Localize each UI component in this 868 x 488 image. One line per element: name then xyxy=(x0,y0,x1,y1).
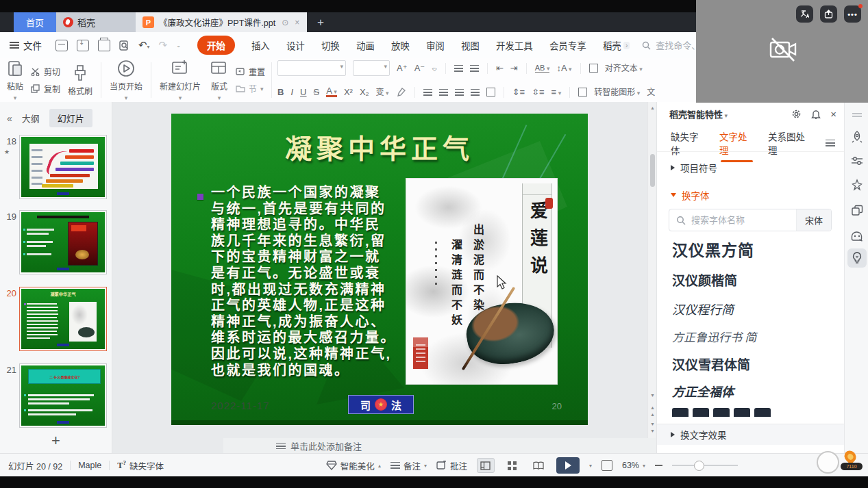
bullet-list-icon[interactable] xyxy=(454,65,463,72)
share-icon[interactable] xyxy=(820,5,837,23)
highlight-pen-icon[interactable] xyxy=(396,88,406,97)
file-menu[interactable]: 文件 xyxy=(10,38,42,52)
slide-title[interactable]: 凝聚中华正气 xyxy=(171,127,588,166)
font-item-3[interactable]: 方正鲁迅行书 简 xyxy=(672,328,756,345)
distribute-icon[interactable] xyxy=(486,88,495,97)
drag-handle-icon[interactable] xyxy=(852,113,862,117)
align-left-icon[interactable] xyxy=(423,89,432,96)
layout-button[interactable]: 版式 xyxy=(208,60,230,101)
menu-item-slideshow[interactable]: 放映 xyxy=(391,38,410,52)
font-item-clipped[interactable] xyxy=(672,408,775,417)
menu-item-view[interactable]: 视图 xyxy=(461,38,480,52)
slide-sorter-button[interactable] xyxy=(504,459,521,472)
decrease-indent-icon[interactable]: ⇤ xyxy=(496,64,504,73)
align-right-icon[interactable] xyxy=(455,89,464,96)
add-slide-button[interactable]: + xyxy=(0,434,112,448)
font-color-button[interactable]: A xyxy=(326,87,337,97)
assistant-icon[interactable] xyxy=(850,231,863,242)
copy-button[interactable]: 复制 xyxy=(31,83,60,94)
close-panel-icon[interactable]: × xyxy=(830,108,836,120)
increase-indent-icon[interactable]: ⇥ xyxy=(510,64,518,73)
menu-item-review[interactable]: 审阅 xyxy=(426,38,445,52)
new-slide-button[interactable]: 新建幻灯片 xyxy=(158,60,203,101)
tab-home[interactable]: 首页 xyxy=(14,12,56,32)
meeting-video-tile[interactable]: ••• xyxy=(696,0,868,103)
menu-item-docer[interactable]: 稻壳› xyxy=(603,38,630,52)
font-search-box[interactable]: 宋体 xyxy=(669,209,832,231)
slide-thumbnail-19[interactable] xyxy=(19,210,107,274)
magic-star-icon[interactable] xyxy=(851,179,863,191)
font-filter-dropdown[interactable]: 宋体 xyxy=(796,209,831,231)
scrollbar-thumb[interactable] xyxy=(650,154,655,187)
toolbar-more-icon[interactable]: ⌄ xyxy=(176,42,181,49)
tab-docer[interactable]: 稻壳 xyxy=(56,12,136,32)
panel-title[interactable]: 稻壳智能特性 xyxy=(669,107,728,120)
fit-slide-icon[interactable] xyxy=(602,460,612,471)
notes-button[interactable]: 备注 ▾ xyxy=(390,459,427,472)
panel-menu-icon[interactable] xyxy=(826,140,835,147)
align-text-button[interactable]: 对齐文本 xyxy=(605,64,643,73)
bell-icon[interactable] xyxy=(811,109,821,119)
reading-view-button[interactable] xyxy=(530,459,547,472)
to-smart-graphic-button[interactable]: 转智能图形 xyxy=(594,88,640,97)
font-name-combo[interactable] xyxy=(277,60,346,76)
theme-name[interactable]: Maple xyxy=(78,461,101,470)
missing-font-status[interactable]: T? 缺失字体 xyxy=(117,459,164,472)
slide-canvas[interactable]: 凝聚中华正气 一个民族一个国家的凝聚 与统一,首先是要有共同的 精神理想追寻的。… xyxy=(112,102,647,438)
menu-item-devtools[interactable]: 开发工具 xyxy=(496,38,533,52)
font-search-input[interactable] xyxy=(690,214,796,226)
undo-icon[interactable]: ↶▾ xyxy=(138,39,150,51)
font-item-1[interactable]: 汉仪颜楷简 xyxy=(672,270,737,289)
save-icon[interactable] xyxy=(55,40,68,51)
font-item-2[interactable]: 汉仪程行简 xyxy=(672,300,734,318)
para-spacing-icon[interactable]: ⇳≡ xyxy=(532,88,544,97)
line-spacing-icon[interactable]: ⇕≡ xyxy=(512,88,525,97)
zoom-slider-knob[interactable] xyxy=(694,461,704,471)
font-item-5[interactable]: 方正全福体 xyxy=(672,382,734,400)
pin-icon[interactable]: ⊙ xyxy=(282,18,288,27)
menu-item-insert[interactable]: 插入 xyxy=(251,38,270,52)
zoom-level[interactable]: 63%▾ xyxy=(622,461,645,470)
clear-format-icon[interactable]: ⌔ xyxy=(432,64,437,73)
spacing-options-icon[interactable]: ≡ xyxy=(551,88,562,97)
play-slideshow-button[interactable] xyxy=(556,457,580,474)
play-from-current-button[interactable]: 当页开始 xyxy=(108,60,145,101)
paste-button[interactable]: 粘贴 xyxy=(5,60,25,101)
smart-feature-selected[interactable] xyxy=(847,248,867,268)
redo-icon[interactable]: ↷ xyxy=(159,39,168,51)
find-icon[interactable] xyxy=(119,40,129,51)
slide-body-text[interactable]: 一个民族一个国家的凝聚 与统一,首先是要有共同的 精神理想追寻的。中华民 族几千… xyxy=(211,185,417,378)
section-bullets[interactable]: 项目符号 xyxy=(671,161,717,175)
font-item-0[interactable]: 汉仪黑方简 xyxy=(672,237,754,261)
art-text-icon[interactable]: 变 xyxy=(376,88,389,97)
menu-item-animation[interactable]: 动画 xyxy=(356,38,375,52)
text-direction-icon[interactable]: ↕A xyxy=(556,64,571,73)
section-swap-text-effect[interactable]: 换文字效果 xyxy=(657,424,845,445)
section-button[interactable]: 节 xyxy=(236,83,265,94)
copy-pages-icon[interactable] xyxy=(851,205,863,216)
collapse-sidebar-icon[interactable]: « xyxy=(7,113,12,124)
justify-icon[interactable] xyxy=(471,89,480,96)
slide-thumbnail-20[interactable]: 凝聚中华正气 xyxy=(19,287,107,351)
slide-editing-surface[interactable]: 凝聚中华正气 一个民族一个国家的凝聚 与统一,首先是要有共同的 精神理想追寻的。… xyxy=(171,114,588,425)
panel-tab-diagram[interactable]: 关系图处理 xyxy=(768,129,812,157)
zoom-out-button[interactable] xyxy=(655,465,662,466)
subscript-button[interactable]: X₂ xyxy=(360,88,369,97)
bold-button[interactable]: B xyxy=(277,88,284,97)
grow-font-button[interactable]: A⁺ xyxy=(397,64,408,73)
reset-button[interactable]: 重置 xyxy=(236,66,265,77)
text-tools-truncated[interactable]: 文 xyxy=(647,88,655,97)
gear-icon[interactable] xyxy=(791,109,802,119)
superscript-button[interactable]: X² xyxy=(344,88,353,97)
tab-document[interactable]: P 《廉政文化讲座》PPT课件.ppt ⊙ × xyxy=(136,12,307,32)
slide-date[interactable]: 2022-11-17 xyxy=(211,400,270,411)
menu-item-transition[interactable]: 切换 xyxy=(321,38,340,52)
canvas-scrollbar[interactable]: ▲ ▼ ▲▲ ▼▼ xyxy=(647,102,657,438)
floating-assistant-button[interactable] xyxy=(817,451,839,474)
panel-tab-missing-fonts[interactable]: 缺失字体 xyxy=(671,129,706,157)
font-item-4[interactable]: 汉仪雪君体简 xyxy=(672,355,750,373)
normal-view-button[interactable] xyxy=(477,458,495,473)
underline-button[interactable]: U xyxy=(300,88,306,97)
translate-icon[interactable] xyxy=(796,5,813,23)
strikethrough-button[interactable]: S xyxy=(314,88,320,97)
